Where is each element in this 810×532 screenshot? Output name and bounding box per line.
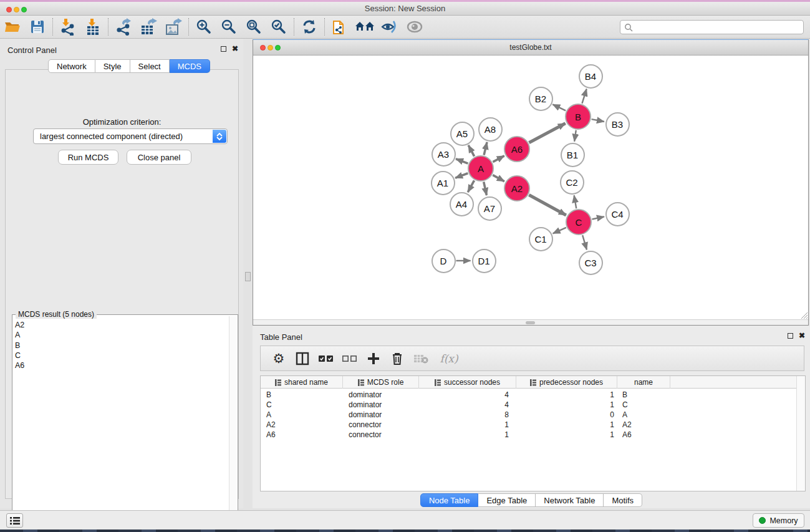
column-header-successor-nodes[interactable]: successor nodes bbox=[419, 376, 516, 389]
open-session-button[interactable] bbox=[0, 17, 25, 36]
split-divider-grip[interactable] bbox=[245, 272, 251, 281]
graph-node-B4[interactable]: B4 bbox=[579, 64, 603, 89]
graph-node-A6[interactable]: A6 bbox=[504, 136, 530, 162]
import-table-button[interactable] bbox=[80, 17, 105, 36]
edge-A-A3[interactable] bbox=[456, 159, 468, 163]
add-column-button[interactable] bbox=[362, 349, 385, 368]
edge-A-A8[interactable] bbox=[484, 142, 487, 155]
hide-panel-button[interactable] bbox=[377, 17, 402, 36]
edge-A-A7[interactable] bbox=[484, 181, 487, 195]
edge-A6-B[interactable] bbox=[529, 123, 565, 143]
graph-node-C3[interactable]: C3 bbox=[579, 251, 603, 275]
graph-node-D1[interactable]: D1 bbox=[472, 249, 496, 273]
edge-C-C3[interactable] bbox=[582, 235, 587, 249]
tab-select[interactable]: Select bbox=[130, 59, 170, 73]
network-horizontal-scrollbar[interactable] bbox=[253, 319, 808, 325]
zoom-selected-button[interactable] bbox=[266, 17, 291, 36]
column-header-predecessor-nodes[interactable]: predecessor nodes bbox=[516, 376, 617, 389]
close-panel-icon[interactable]: ✖ bbox=[232, 46, 238, 52]
function-builder-button[interactable]: f(x) bbox=[433, 349, 465, 368]
graph-node-A2[interactable]: A2 bbox=[504, 175, 530, 201]
edge-B-B4[interactable] bbox=[582, 89, 586, 104]
mcds-result-item[interactable]: A bbox=[15, 330, 24, 340]
zoom-fit-button[interactable] bbox=[241, 17, 266, 36]
network-from-file-button[interactable] bbox=[327, 17, 352, 36]
edge-A-A5[interactable] bbox=[468, 145, 474, 157]
table-row[interactable]: Cdominator41C bbox=[261, 400, 797, 410]
graph-node-A4[interactable]: A4 bbox=[450, 192, 474, 216]
float-panel-icon[interactable] bbox=[221, 46, 226, 52]
export-table-button[interactable] bbox=[136, 17, 161, 36]
edge-B-B1[interactable] bbox=[574, 130, 576, 142]
graph-node-C2[interactable]: C2 bbox=[560, 170, 584, 195]
export-image-button[interactable] bbox=[161, 17, 186, 36]
tab-mcds[interactable]: MCDS bbox=[170, 59, 210, 73]
deselect-all-button[interactable] bbox=[338, 349, 362, 368]
edge-C-C2[interactable] bbox=[574, 195, 577, 208]
edge-A-A6[interactable] bbox=[493, 156, 504, 162]
search-field[interactable] bbox=[620, 20, 804, 34]
edge-A-A1[interactable] bbox=[455, 173, 468, 178]
close-panel-button[interactable]: Close panel bbox=[127, 150, 191, 165]
network-hscroll-thumb[interactable] bbox=[526, 321, 535, 324]
network-canvas[interactable]: A5A8A3AA1A4A7A6A2B2B4BB3B1C2CC4C1C3DD1 bbox=[253, 56, 808, 319]
show-panel-button[interactable] bbox=[402, 17, 427, 36]
edge-C-C1[interactable] bbox=[553, 228, 566, 233]
window-resize-grip[interactable] bbox=[799, 311, 808, 319]
column-header-name[interactable]: name bbox=[617, 376, 670, 389]
mcds-result-item[interactable]: C bbox=[15, 351, 24, 360]
task-history-button[interactable] bbox=[6, 513, 23, 528]
graph-node-B3[interactable]: B3 bbox=[605, 112, 630, 137]
zoom-out-button[interactable] bbox=[216, 17, 241, 36]
edge-C-C4[interactable] bbox=[592, 216, 604, 219]
graph-node-A1[interactable]: A1 bbox=[431, 171, 455, 195]
memory-button[interactable]: Memory bbox=[753, 513, 804, 528]
graph-node-A5[interactable]: A5 bbox=[450, 122, 475, 146]
graph-node-D[interactable]: D bbox=[432, 249, 456, 273]
refresh-button[interactable] bbox=[297, 17, 322, 36]
search-input[interactable] bbox=[633, 22, 803, 33]
graph-node-A[interactable]: A bbox=[468, 155, 494, 181]
graph-node-C[interactable]: C bbox=[566, 209, 592, 235]
mcds-result-item[interactable]: A6 bbox=[15, 360, 24, 370]
mcds-result-scrollbar[interactable] bbox=[229, 316, 236, 525]
edge-B-B3[interactable] bbox=[592, 119, 604, 122]
graph-node-A7[interactable]: A7 bbox=[478, 196, 502, 221]
optimization-criterion-select[interactable]: largest connected component (directed) bbox=[33, 128, 228, 144]
graph-node-B2[interactable]: B2 bbox=[529, 87, 553, 111]
delete-column-button[interactable] bbox=[385, 349, 409, 368]
column-selector-button[interactable] bbox=[291, 349, 314, 368]
table-row[interactable]: Bdominator41B bbox=[261, 390, 797, 400]
delete-table-button[interactable] bbox=[409, 349, 433, 368]
mcds-result-list[interactable]: A2ABCA6 bbox=[15, 320, 24, 370]
table-vertical-scrollbar[interactable] bbox=[796, 376, 805, 491]
export-network-button[interactable] bbox=[111, 17, 136, 36]
run-mcds-button[interactable]: Run MCDS bbox=[58, 150, 118, 165]
tab-edge-table[interactable]: Edge Table bbox=[478, 493, 536, 507]
mcds-result-item[interactable]: A2 bbox=[15, 320, 24, 330]
tab-node-table[interactable]: Node Table bbox=[420, 493, 479, 507]
graph-node-A3[interactable]: A3 bbox=[432, 142, 456, 167]
table-row[interactable]: Adominator80A bbox=[261, 410, 797, 420]
column-header-shared-name[interactable]: shared name bbox=[261, 376, 343, 389]
graph-node-B1[interactable]: B1 bbox=[561, 143, 585, 167]
tab-motifs[interactable]: Motifs bbox=[604, 493, 642, 507]
graph-node-C1[interactable]: C1 bbox=[529, 227, 553, 251]
table-row[interactable]: A6connector11A6 bbox=[261, 430, 797, 440]
select-all-button[interactable] bbox=[314, 349, 338, 368]
graph-node-C4[interactable]: C4 bbox=[605, 202, 630, 226]
graph-node-B[interactable]: B bbox=[565, 104, 591, 130]
tab-style[interactable]: Style bbox=[95, 59, 130, 73]
edge-A-A2[interactable] bbox=[493, 175, 504, 181]
edge-A2-C[interactable] bbox=[529, 195, 566, 215]
tab-network[interactable]: Network bbox=[48, 59, 95, 73]
home-button[interactable] bbox=[352, 17, 377, 36]
column-header-MCDS-role[interactable]: MCDS role bbox=[343, 376, 419, 389]
zoom-in-button[interactable] bbox=[191, 17, 216, 36]
save-session-button[interactable] bbox=[25, 17, 50, 36]
table-row[interactable]: A2connector11A2 bbox=[261, 420, 797, 430]
edge-B-B2[interactable] bbox=[552, 104, 566, 110]
close-table-panel-icon[interactable]: ✖ bbox=[799, 332, 805, 339]
import-network-button[interactable] bbox=[55, 17, 80, 36]
tab-network-table[interactable]: Network Table bbox=[536, 493, 604, 507]
